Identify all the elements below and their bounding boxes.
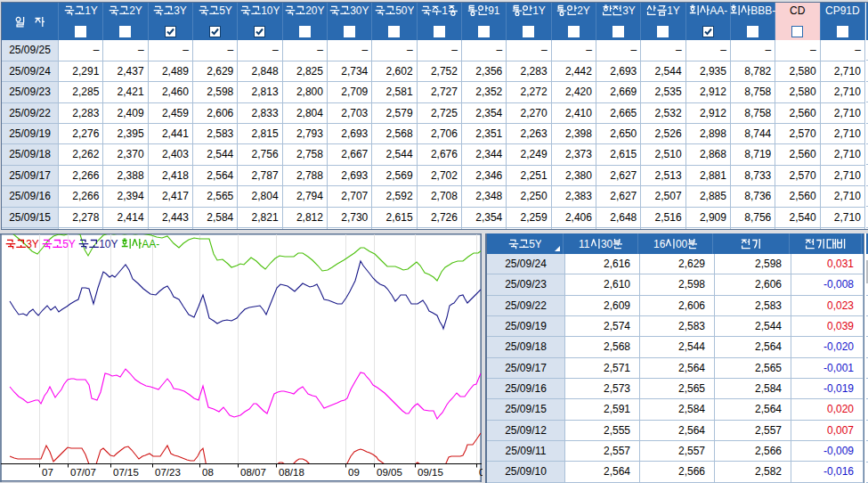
svg-text:2Y: 2Y	[578, 4, 591, 16]
svg-text:3Y: 3Y	[622, 4, 636, 16]
svg-text:08: 08	[202, 467, 214, 478]
svg-text:91: 91	[489, 4, 500, 16]
svg-text:5Y: 5Y	[529, 238, 542, 250]
svg-text:07/07: 07/07	[70, 467, 96, 478]
svg-text:00: 00	[675, 238, 687, 250]
svg-text:3Y: 3Y	[174, 4, 188, 16]
svg-text:50Y: 50Y	[395, 4, 414, 16]
svg-text:10Y: 10Y	[261, 4, 280, 16]
svg-text:CD: CD	[790, 4, 805, 16]
svg-text:1Y: 1Y	[532, 4, 546, 16]
svg-text:1: 1	[442, 4, 448, 16]
svg-text:30: 30	[600, 238, 612, 250]
svg-text:11: 11	[579, 238, 590, 250]
svg-text:07/23: 07/23	[155, 467, 181, 478]
svg-text:2Y: 2Y	[129, 4, 142, 16]
svg-text:3Y: 3Y	[26, 238, 39, 250]
svg-text:CP91D: CP91D	[825, 4, 860, 16]
svg-text:1Y: 1Y	[85, 4, 98, 16]
svg-text:09/2: 09/2	[479, 467, 483, 478]
svg-text:5Y: 5Y	[219, 4, 232, 16]
svg-text:08/18: 08/18	[279, 467, 304, 478]
svg-text:09: 09	[348, 467, 360, 478]
svg-text:AA-: AA-	[142, 238, 159, 250]
svg-text:16: 16	[653, 238, 666, 250]
svg-text:07: 07	[42, 467, 53, 478]
svg-text:09/15: 09/15	[418, 467, 443, 478]
svg-text:08/07: 08/07	[240, 467, 266, 478]
svg-text:AA-: AA-	[710, 4, 727, 16]
svg-text:09/05: 09/05	[377, 467, 402, 478]
svg-text:07/15: 07/15	[113, 467, 139, 478]
svg-text:10Y: 10Y	[99, 238, 118, 250]
svg-text:20Y: 20Y	[305, 4, 324, 16]
svg-text:5Y: 5Y	[62, 238, 76, 250]
svg-text:30Y: 30Y	[351, 4, 369, 16]
svg-text:BBB-: BBB-	[750, 4, 775, 16]
svg-text:1Y: 1Y	[667, 4, 680, 16]
